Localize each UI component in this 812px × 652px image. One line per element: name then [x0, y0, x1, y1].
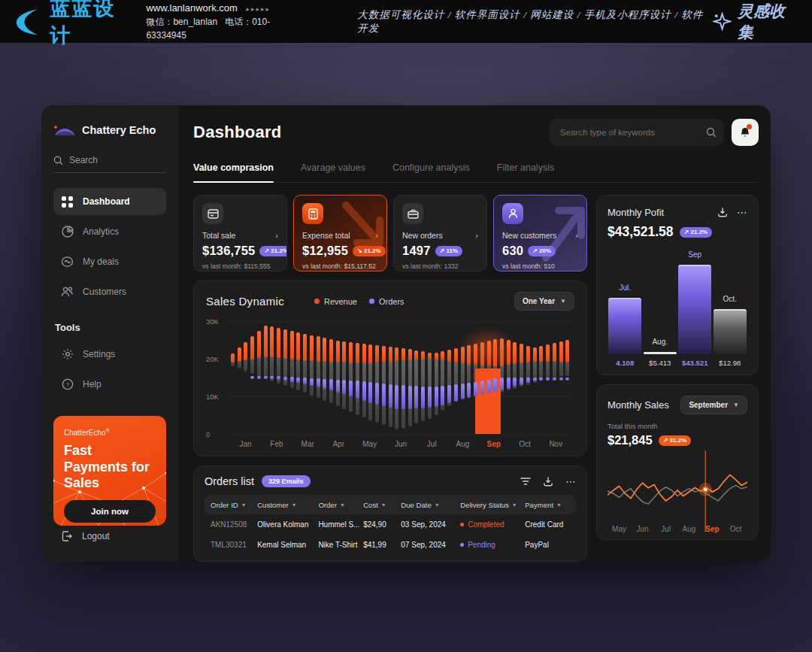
analytics-pie-icon: [61, 226, 74, 238]
tab-value-comprasion[interactable]: Value comprasion: [193, 162, 274, 182]
col-due-date[interactable]: Due Date▼: [401, 501, 460, 509]
x-axis-label: Jan: [230, 440, 261, 448]
site-header: 蓝蓝设计 www.lanlanwork.com ▸▸▸▸▸ 微信：ben_lan…: [0, 0, 812, 43]
filter-icon[interactable]: [520, 477, 531, 486]
bar-label: Oct.: [714, 295, 747, 303]
sort-caret-icon: ▼: [556, 502, 562, 508]
table-row[interactable]: TML30321 Kemal Selman Nike T-Shirt $41,9…: [205, 535, 576, 555]
tab-configure-analysis[interactable]: Configure analysis: [392, 162, 470, 182]
chevron-right-icon[interactable]: ›: [375, 231, 378, 240]
search-icon: [706, 127, 717, 138]
tabs: Value comprasion Avarage values Configur…: [193, 162, 759, 183]
monthly-sales-chart: [607, 450, 747, 523]
app-brand[interactable]: Chattery Echo: [53, 123, 166, 137]
help-icon: ?: [61, 378, 74, 390]
x-axis-label: Jul: [417, 440, 447, 448]
bar-value: $5.413: [643, 359, 678, 367]
sidebar-item-customers[interactable]: Customers: [53, 278, 166, 305]
download-icon[interactable]: [543, 476, 553, 487]
sidebar-item-label: Settings: [83, 349, 115, 359]
sidebar-search[interactable]: [53, 155, 166, 173]
main-search-input[interactable]: [560, 128, 706, 137]
site-logo[interactable]: 蓝蓝设计: [14, 0, 134, 49]
chevron-right-icon[interactable]: ›: [275, 231, 278, 240]
sort-caret-icon: ▼: [512, 502, 517, 508]
bar-label: Sep: [678, 250, 711, 259]
sidebar-nav: Dashboard Analytics My deals Customers: [53, 188, 166, 305]
tab-avarage-values[interactable]: Avarage values: [301, 162, 365, 182]
status-badge: Completed: [460, 520, 525, 529]
table-row[interactable]: AKN12508 Olivera Kolman Hummel S... $24,…: [205, 514, 576, 535]
col-customer[interactable]: Customer▼: [257, 501, 318, 509]
more-icon[interactable]: ⋯: [737, 206, 747, 218]
cell-due-date: 07 Sep, 2024: [401, 541, 460, 549]
x-axis-label: Jun: [385, 440, 416, 448]
col-payment[interactable]: Payment▼: [525, 501, 570, 509]
stat-cards: Total sale› $136,755 ↗ 21.2% vs last mon…: [193, 195, 587, 271]
tab-filter-analysis[interactable]: Filter analysis: [497, 162, 554, 182]
app-brand-name: Chattery Echo: [82, 124, 156, 136]
stat-card-new-customers[interactable]: New customers› 630 ↗ 20% vs last month: …: [493, 195, 587, 271]
sort-caret-icon: ▼: [435, 502, 440, 508]
notifications-button[interactable]: [732, 119, 759, 146]
sidebar-item-label: Dashboard: [83, 196, 130, 207]
join-now-button[interactable]: Join now: [64, 500, 156, 523]
site-logo-text: 蓝蓝设计: [50, 0, 135, 49]
sidebar-item-settings[interactable]: Settings: [53, 341, 166, 368]
x-axis-label: May: [354, 440, 385, 448]
col-order[interactable]: Order▼: [318, 501, 363, 509]
calculator-icon: [302, 203, 323, 224]
stat-value: $12,955: [302, 244, 348, 258]
chevron-down-icon: ▼: [560, 298, 566, 305]
sidebar-item-my-deals[interactable]: My deals: [53, 248, 166, 275]
site-contact: www.lanlanwork.com ▸▸▸▸▸ 微信：ben_lanlan 电…: [146, 1, 304, 43]
promo-brand: ChatterEcho®: [64, 428, 156, 437]
stat-title: New orders: [402, 231, 443, 240]
logout-label: Logout: [82, 531, 110, 541]
emails-badge[interactable]: 329 Emails: [262, 475, 311, 487]
sidebar-item-help[interactable]: ? Help: [53, 371, 166, 398]
stat-title: New customers: [502, 231, 556, 240]
stat-value: 630: [502, 244, 523, 258]
promo-card: ChatterEcho® Fast Payments for Sales Joi…: [53, 416, 166, 526]
cell-customer: Kemal Selman: [257, 541, 318, 549]
range-select[interactable]: One Year▼: [514, 292, 574, 311]
briefcase-icon: [402, 203, 423, 224]
site-url[interactable]: www.lanlanwork.com: [146, 2, 237, 14]
sales-dynamic-bars: 30K20K10K0: [230, 321, 571, 434]
x-axis-label: Apr: [323, 440, 354, 448]
chevron-right-icon[interactable]: ›: [475, 231, 478, 240]
stat-value: 1497: [402, 244, 431, 258]
bar-value: $43.521: [677, 359, 713, 367]
stat-card-new-orders[interactable]: New orders› 1497 ↗ 11% vs last month: 13…: [393, 195, 487, 271]
sparkle-star-icon: [713, 12, 732, 32]
x-axis-label: Mar: [292, 440, 323, 448]
cell-due-date: 03 Sep, 2024: [401, 520, 460, 529]
x-axis-label: Aug: [447, 440, 478, 448]
logout-button[interactable]: Logout: [53, 526, 166, 550]
bar-label: Aug.: [644, 338, 677, 346]
col-cost[interactable]: Cost▼: [363, 501, 401, 509]
url-arrows-icon: ▸▸▸▸▸: [246, 5, 271, 13]
sidebar-item-dashboard[interactable]: Dashboard: [53, 188, 166, 215]
status-dot-icon: [460, 543, 464, 547]
site-nav[interactable]: 大数据可视化设计 / 软件界面设计 / 网站建设 / 手机及小程序设计 / 软件…: [357, 8, 713, 35]
stat-card-expense-total[interactable]: Expense total› $12,955 ↘ 21.2% vs last m…: [293, 195, 387, 271]
chevron-right-icon[interactable]: ›: [575, 231, 578, 240]
gear-icon: [61, 348, 74, 360]
col-order-id[interactable]: Order ID▼: [211, 501, 257, 509]
main-search[interactable]: [550, 119, 724, 146]
collect-label: 灵感收集: [738, 1, 798, 43]
download-icon[interactable]: [717, 207, 728, 217]
month-select[interactable]: September▼: [680, 396, 747, 414]
dashboard-app: Chattery Echo Dashboard Analytics: [41, 105, 771, 562]
stat-card-total-sale[interactable]: Total sale› $136,755 ↗ 21.2% vs last mon…: [193, 195, 287, 271]
inspiration-collect[interactable]: 灵感收集: [713, 1, 798, 43]
sort-caret-icon: ▼: [381, 502, 386, 508]
more-icon[interactable]: ⋯: [565, 475, 576, 487]
col-delivery-status[interactable]: Delivery Status▼: [460, 501, 525, 509]
sidebar-item-analytics[interactable]: Analytics: [53, 218, 166, 245]
sort-caret-icon: ▼: [241, 502, 247, 508]
sidebar-search-input[interactable]: [69, 155, 152, 165]
sidebar-item-label: Help: [83, 379, 102, 390]
